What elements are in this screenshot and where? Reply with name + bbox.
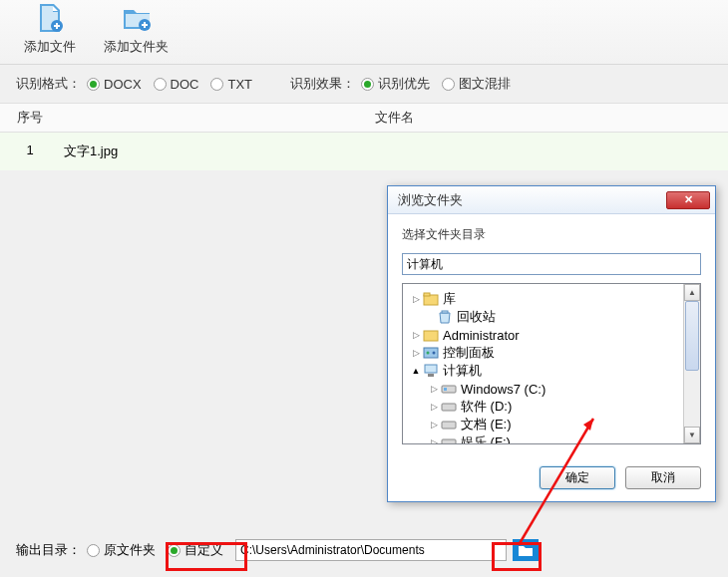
add-folder-label: 添加文件夹	[104, 38, 169, 56]
dialog-title: 浏览文件夹	[398, 191, 463, 209]
add-folder-button[interactable]: 添加文件夹	[104, 2, 169, 56]
svg-rect-6	[424, 348, 438, 358]
folder-combo[interactable]	[402, 253, 701, 275]
svg-rect-15	[442, 439, 456, 443]
effect-label: 识别效果：	[290, 75, 355, 93]
svg-point-7	[427, 352, 430, 355]
scroll-up-button[interactable]: ▲	[684, 284, 700, 301]
svg-rect-9	[425, 365, 437, 373]
dialog-close-button[interactable]: ✕	[666, 191, 710, 209]
row-name: 文字1.jpg	[60, 143, 728, 160]
add-file-label: 添加文件	[24, 38, 76, 56]
format-docx-radio[interactable]: DOCX	[87, 77, 142, 92]
name-header: 文件名	[60, 109, 728, 127]
output-orig-radio[interactable]: 原文件夹	[87, 541, 156, 559]
svg-rect-4	[442, 311, 448, 313]
browse-folder-dialog: 浏览文件夹 ✕ 选择文件夹目录 ▷库 回收站 ▷Administrator ▷控…	[387, 185, 716, 502]
scroll-down-button[interactable]: ▼	[684, 427, 700, 443]
dialog-cancel-button[interactable]: 取消	[625, 466, 701, 489]
output-path-input[interactable]	[235, 539, 507, 561]
svg-rect-13	[442, 404, 456, 411]
output-bar: 输出目录： 原文件夹 自定义	[0, 533, 728, 567]
seq-header: 序号	[0, 109, 60, 127]
browse-button[interactable]	[513, 539, 539, 561]
folder-tree[interactable]: ▷库 回收站 ▷Administrator ▷控制面板 ▲计算机 ▷Window…	[403, 284, 683, 443]
table-row[interactable]: 1 文字1.jpg	[0, 133, 728, 170]
output-label: 输出目录：	[16, 541, 81, 559]
svg-rect-10	[428, 374, 434, 377]
table-header: 序号 文件名	[0, 103, 728, 133]
format-label: 识别格式：	[16, 75, 81, 93]
folder-icon	[518, 543, 534, 557]
effect-mixed-radio[interactable]: 图文混排	[442, 75, 511, 93]
format-txt-radio[interactable]: TXT	[210, 77, 252, 92]
format-doc-radio[interactable]: DOC	[154, 77, 199, 92]
scroll-thumb[interactable]	[685, 301, 699, 371]
dialog-ok-button[interactable]: 确定	[540, 466, 615, 489]
folder-add-icon	[121, 2, 153, 34]
svg-rect-14	[442, 422, 456, 429]
row-seq: 1	[0, 143, 60, 160]
svg-rect-5	[424, 331, 438, 341]
options-bar: 识别格式： DOCX DOC TXT 识别效果： 识别优先 图文混排	[0, 65, 728, 103]
svg-rect-3	[424, 293, 430, 296]
add-file-button[interactable]: 添加文件	[24, 2, 76, 56]
svg-rect-12	[444, 388, 447, 391]
dialog-subtitle: 选择文件夹目录	[402, 226, 701, 243]
tree-scrollbar[interactable]: ▲ ▼	[683, 284, 700, 443]
svg-point-8	[433, 352, 436, 355]
output-custom-radio[interactable]: 自定义	[168, 541, 223, 559]
effect-priority-radio[interactable]: 识别优先	[361, 75, 430, 93]
file-add-icon	[34, 2, 66, 34]
